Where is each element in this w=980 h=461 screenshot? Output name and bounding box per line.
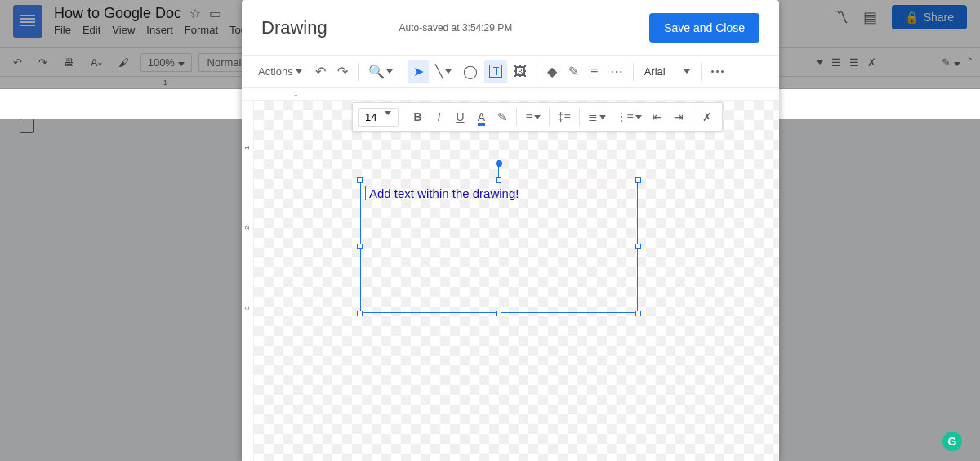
more-dropdown-icon[interactable] — [817, 60, 823, 65]
resize-handle-e[interactable] — [635, 244, 641, 249]
more-options-icon[interactable] — [706, 60, 728, 83]
menu-insert[interactable]: Insert — [146, 24, 173, 36]
share-button[interactable]: 🔒 Share — [892, 5, 967, 29]
spellcheck-icon[interactable]: Aᵧ — [86, 53, 107, 72]
lock-icon: 🔒 — [905, 11, 919, 24]
indent-increase-button[interactable]: ⇥ — [669, 105, 688, 128]
rotate-connector — [498, 165, 499, 178]
save-and-close-button[interactable]: Save and Close — [649, 13, 760, 43]
clear-formatting-button[interactable]: ✗ — [697, 105, 717, 128]
actions-menu[interactable]: Actions — [252, 60, 309, 83]
line-spacing-button[interactable]: ‡≡ — [554, 105, 575, 128]
bold-button[interactable]: B — [408, 105, 427, 128]
clear-formatting-icon[interactable]: ✗ — [867, 56, 876, 69]
highlight-button[interactable]: ✎ — [492, 105, 512, 128]
grammarly-badge-icon[interactable]: G — [942, 432, 962, 451]
canvas-area: 1 2 3 14 B I U A ✎ ≡ ‡≡ ≣ ⋮≡ ⇤ — [242, 101, 779, 461]
autosave-status: Auto-saved at 3:54:29 PM — [399, 22, 513, 34]
undo-icon[interactable]: ↶ — [310, 60, 331, 83]
print-icon[interactable]: 🖶 — [59, 53, 79, 72]
border-color-icon[interactable]: ✎ — [564, 60, 584, 83]
border-weight-icon[interactable]: ≡ — [586, 60, 604, 83]
indent-increase-icon[interactable]: ☰ — [849, 56, 859, 69]
insights-icon[interactable]: 〽 — [834, 9, 849, 26]
canvas-ruler-vertical: 1 2 3 — [242, 101, 254, 461]
outline-icon[interactable] — [20, 119, 34, 133]
resize-handle-s[interactable] — [496, 311, 501, 316]
drawing-canvas[interactable]: 14 B I U A ✎ ≡ ‡≡ ≣ ⋮≡ ⇤ ⇥ ✗ — [254, 101, 779, 461]
menu-view[interactable]: View — [112, 24, 135, 36]
comments-icon[interactable]: ▤ — [863, 8, 877, 26]
modal-title: Drawing — [261, 17, 327, 38]
indent-decrease-button[interactable]: ⇤ — [648, 105, 667, 128]
text-color-button[interactable]: A — [471, 105, 491, 128]
drawing-modal: Drawing Auto-saved at 3:54:29 PM Save an… — [242, 0, 779, 461]
docs-logo[interactable] — [13, 5, 42, 38]
border-dash-icon[interactable]: ⋯ — [605, 60, 628, 83]
resize-handle-sw[interactable] — [357, 311, 363, 316]
collapse-icon[interactable]: ˆ — [969, 56, 972, 69]
document-title[interactable]: How to Google Doc — [54, 5, 181, 22]
redo-icon[interactable]: ↷ — [33, 53, 52, 72]
textbox-shape[interactable]: Add text within the drawing! — [360, 181, 638, 313]
underline-button[interactable]: U — [450, 105, 470, 128]
editing-mode-icon[interactable]: ✎ — [942, 56, 960, 69]
canvas-ruler-horizontal: 1 — [242, 88, 779, 101]
align-button[interactable]: ≡ — [521, 105, 544, 128]
fill-color-icon[interactable]: ◆ — [542, 60, 562, 83]
menu-format[interactable]: Format — [185, 24, 218, 36]
rotate-handle[interactable] — [496, 160, 502, 167]
font-size-select[interactable]: 14 — [358, 108, 399, 127]
bulleted-list-button[interactable]: ⋮≡ — [612, 105, 646, 128]
modal-header: Drawing Auto-saved at 3:54:29 PM Save an… — [242, 0, 779, 56]
menu-edit[interactable]: Edit — [82, 24, 100, 36]
zoom-select[interactable]: 100% — [140, 53, 192, 72]
paint-format-icon[interactable]: 🖌 — [114, 53, 134, 72]
star-icon[interactable]: ☆ — [189, 6, 201, 21]
image-tool-icon[interactable]: 🖼 — [509, 60, 532, 83]
move-icon[interactable]: ▭ — [209, 6, 221, 21]
text-format-toolbar: 14 B I U A ✎ ≡ ‡≡ ≣ ⋮≡ ⇤ ⇥ ✗ — [352, 102, 723, 132]
textbox-tool-icon[interactable]: 🅃 — [484, 60, 507, 83]
menu-file[interactable]: File — [54, 24, 71, 36]
undo-icon[interactable]: ↶ — [8, 53, 27, 72]
resize-handle-w[interactable] — [357, 244, 363, 249]
line-tool-icon[interactable]: ╲ — [430, 60, 457, 83]
font-family-select[interactable]: Arial — [639, 60, 696, 83]
select-tool-icon[interactable]: ➤ — [408, 60, 429, 83]
zoom-icon[interactable]: 🔍 — [363, 60, 398, 83]
textbox-text[interactable]: Add text within the drawing! — [361, 181, 637, 205]
shape-tool-icon[interactable]: ◯ — [458, 60, 483, 83]
indent-decrease-icon[interactable]: ☰ — [831, 56, 841, 69]
drawing-toolbar: Actions ↶ ↷ 🔍 ➤ ╲ ◯ 🅃 🖼 ◆ ✎ ≡ ⋯ Arial — [242, 56, 779, 88]
numbered-list-button[interactable]: ≣ — [584, 105, 610, 128]
resize-handle-se[interactable] — [635, 311, 641, 316]
italic-button[interactable]: I — [429, 105, 448, 128]
redo-icon[interactable]: ↷ — [332, 60, 353, 83]
menu-bar: File Edit View Insert Format Tools — [54, 24, 254, 36]
